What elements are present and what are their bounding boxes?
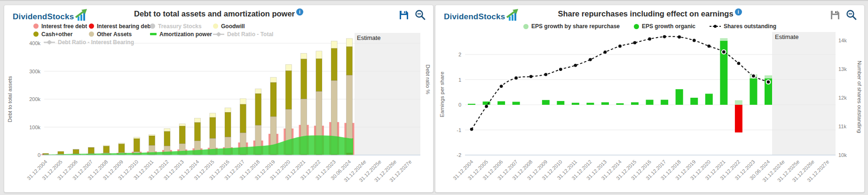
line-marker[interactable] xyxy=(633,41,637,44)
bar-cash-other[interactable] xyxy=(134,139,140,152)
bar-goodwill[interactable] xyxy=(331,41,337,48)
line-marker[interactable] xyxy=(663,35,666,39)
line-marker[interactable] xyxy=(559,68,562,71)
bar-eps-growth-organic[interactable] xyxy=(468,104,475,105)
bar-eps-growth-organic[interactable] xyxy=(676,89,683,105)
bar-goodwill[interactable] xyxy=(73,149,79,150)
bar-cash-other[interactable] xyxy=(195,122,201,140)
line-marker[interactable] xyxy=(707,45,710,48)
bar-eps-growth-organic[interactable] xyxy=(646,100,654,105)
bar-eps-growth-organic[interactable] xyxy=(497,101,505,105)
bar-cash-other[interactable] xyxy=(164,131,170,146)
bar-goodwill[interactable] xyxy=(270,78,276,83)
bar-goodwill[interactable] xyxy=(240,99,246,104)
bar-cash-other[interactable] xyxy=(149,136,155,145)
bar-eps-growth-organic[interactable] xyxy=(661,100,668,105)
bar-eps-growth-organic[interactable] xyxy=(616,103,624,105)
bar-eps-growth-organic[interactable] xyxy=(572,103,579,105)
bar-cash-other[interactable] xyxy=(73,149,79,154)
bar-goodwill[interactable] xyxy=(210,113,216,117)
line-marker[interactable] xyxy=(589,58,592,61)
bar-cash-other[interactable] xyxy=(210,117,216,139)
legend-item-debt-ratio-interest-bearing[interactable]: Debt Ratio - Interest Bearing xyxy=(44,39,273,46)
legend-item-goodwill[interactable]: Goodwill xyxy=(213,23,273,30)
bar-cash-other[interactable] xyxy=(347,47,353,75)
line-marker[interactable] xyxy=(766,80,771,84)
bar-cash-other[interactable] xyxy=(331,48,337,80)
legend-item-interest-bearing-debt[interactable]: Interest bearing debt xyxy=(89,23,150,30)
bar-goodwill[interactable] xyxy=(118,143,125,144)
bar-cash-other[interactable] xyxy=(58,151,64,154)
line-marker[interactable] xyxy=(485,105,488,108)
line-marker[interactable] xyxy=(500,85,503,88)
line-marker[interactable] xyxy=(693,39,696,42)
brand-logo[interactable]: DividendStocks xyxy=(13,9,88,22)
bar-eps-growth-organic[interactable] xyxy=(631,102,639,105)
line-marker[interactable] xyxy=(574,64,577,67)
line-marker[interactable] xyxy=(514,77,518,80)
legend-item-cash-other[interactable]: Cash+other xyxy=(33,31,89,38)
bar-eps-growth-organic[interactable] xyxy=(705,94,713,105)
legend-item-amortization-power[interactable]: Amortization power xyxy=(150,31,213,38)
bar-cash-other[interactable] xyxy=(179,126,185,143)
bar-eps-growth-by-share-repurchase[interactable] xyxy=(765,75,772,78)
legend-item-eps-growth-organic[interactable]: EPS growth organic xyxy=(634,23,695,30)
zoom-out-icon[interactable] xyxy=(415,9,426,20)
bar-eps-growth-organic[interactable] xyxy=(557,101,564,105)
bar-goodwill[interactable] xyxy=(164,128,170,131)
bar-eps-growth-organic[interactable] xyxy=(690,98,698,105)
bar-goodwill[interactable] xyxy=(134,137,140,139)
line-marker[interactable] xyxy=(618,45,622,48)
line-marker[interactable] xyxy=(678,35,681,39)
legend-item-shares-outstanding[interactable]: Shares outstanding xyxy=(710,23,776,30)
line-marker[interactable] xyxy=(604,51,607,54)
bar-goodwill[interactable] xyxy=(316,51,322,59)
line-marker[interactable] xyxy=(470,128,473,131)
legend-item-debt-ratio-total[interactable]: Debt Ratio - Total xyxy=(213,31,273,38)
brand-logo[interactable]: DividendStocks xyxy=(444,9,519,22)
info-icon[interactable]: i xyxy=(296,8,303,16)
bar-cash-other[interactable] xyxy=(118,144,125,152)
bar-goodwill[interactable] xyxy=(195,118,201,122)
bar-cash-other[interactable] xyxy=(103,146,110,153)
bar-cash-other[interactable] xyxy=(270,82,276,117)
bar-eps-growth-organic[interactable] xyxy=(586,103,594,105)
line-marker[interactable] xyxy=(544,73,547,76)
bar-goodwill[interactable] xyxy=(179,124,185,126)
line-marker[interactable] xyxy=(648,38,651,41)
zoom-out-icon[interactable] xyxy=(846,9,857,20)
bar-eps-growth-organic[interactable] xyxy=(542,100,550,105)
legend-item-interest-free-debt[interactable]: Interest free debt xyxy=(33,23,89,30)
bar-cash-other[interactable] xyxy=(240,104,246,133)
bar-eps-growth-organic[interactable] xyxy=(513,102,520,105)
bar-cash-other[interactable] xyxy=(225,112,231,137)
bar-eps-growth-by-share-repurchase[interactable] xyxy=(720,38,727,40)
bar-eps-growth-by-share-repurchase[interactable] xyxy=(735,100,742,105)
bar-cash-other[interactable] xyxy=(301,59,307,99)
bar-cash-other[interactable] xyxy=(43,153,49,154)
bar-eps-growth-organic[interactable] xyxy=(750,78,757,105)
bar-goodwill[interactable] xyxy=(347,39,353,47)
bar-eps-growth-organic[interactable] xyxy=(601,102,609,105)
save-icon[interactable] xyxy=(830,10,840,20)
bar-goodwill[interactable] xyxy=(103,145,110,146)
bar-goodwill[interactable] xyxy=(285,64,292,70)
line-marker[interactable] xyxy=(737,62,741,65)
bar-eps-growth-organic-negative[interactable] xyxy=(735,105,742,133)
legend-item-eps-growth-by-share-repurchase[interactable]: EPS growth by share repurchase xyxy=(523,23,620,30)
line-marker[interactable] xyxy=(751,74,756,78)
info-icon[interactable]: i xyxy=(735,8,742,16)
line-marker[interactable] xyxy=(722,50,726,54)
bar-goodwill[interactable] xyxy=(225,108,231,112)
bar-cash-other[interactable] xyxy=(255,94,261,125)
legend-item-treasury-stocks[interactable]: Treasury Stocks xyxy=(150,23,213,30)
bar-goodwill[interactable] xyxy=(255,89,261,94)
bar-goodwill[interactable] xyxy=(301,53,307,59)
bar-cash-other[interactable] xyxy=(285,70,292,109)
bar-cash-other[interactable] xyxy=(316,59,322,92)
bar-cash-other[interactable] xyxy=(88,148,94,153)
line-marker[interactable] xyxy=(529,75,533,78)
bar-goodwill[interactable] xyxy=(88,147,94,148)
legend-item-other-assets[interactable]: Other Assets xyxy=(89,31,150,38)
save-icon[interactable] xyxy=(399,10,409,20)
